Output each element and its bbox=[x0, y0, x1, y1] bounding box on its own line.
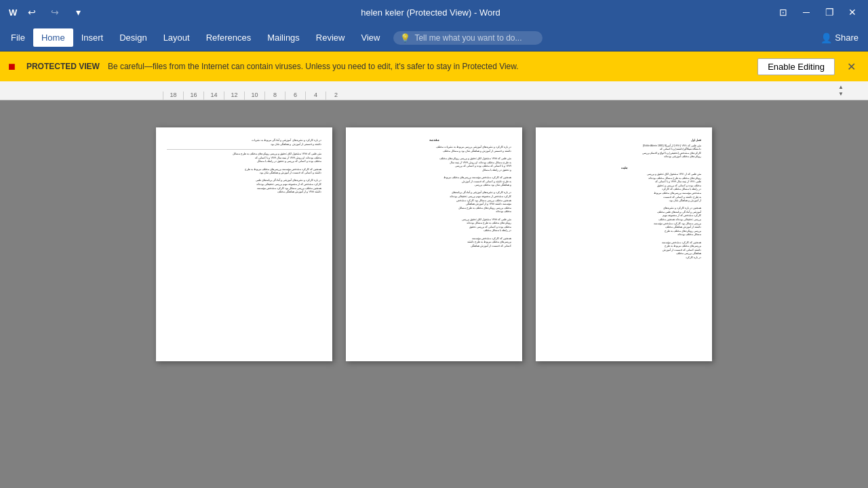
ruler-mark-16: 16 bbox=[183, 92, 203, 100]
menu-design[interactable]: Design bbox=[111, 28, 155, 47]
pages-container: در باره کارکرد و نشریه‌های آموزشی و آماد… bbox=[156, 127, 712, 361]
ruler-scrollbar: ▲ ▼ bbox=[835, 83, 846, 99]
menu-insert[interactable]: Insert bbox=[73, 28, 112, 47]
ruler-mark-18: 18 bbox=[163, 92, 183, 100]
menu-layout[interactable]: Layout bbox=[155, 28, 198, 47]
document-area: در باره کارکرد و نشریه‌های آموزشی و آماد… bbox=[0, 100, 868, 488]
search-box[interactable]: 💡 bbox=[393, 31, 542, 45]
protected-view-bar: ■ PROTECTED VIEW Be careful—files from t… bbox=[0, 52, 868, 81]
menu-review[interactable]: Review bbox=[308, 28, 353, 47]
menu-home[interactable]: Home bbox=[33, 28, 73, 47]
ruler-mark-10: 10 bbox=[244, 92, 264, 100]
page-2: مقدمه در باره کارکرد و نشریه‌های آموزشی … bbox=[346, 127, 522, 361]
ruler: 18 16 14 12 10 8 6 4 2 ▲ ▼ bbox=[0, 81, 868, 100]
enable-editing-button[interactable]: Enable Editing bbox=[757, 58, 835, 75]
share-icon: 👤 bbox=[821, 33, 832, 43]
undo-button[interactable]: ↩ bbox=[22, 2, 42, 22]
redo-button[interactable]: ↪ bbox=[45, 2, 65, 22]
word-app-icon: W bbox=[5, 5, 19, 19]
page-3-content: فصل اول متن علمی که ۱۳۸۱ (۱۳۸۱) از آمریک… bbox=[547, 138, 701, 350]
menu-references[interactable]: References bbox=[198, 28, 259, 47]
menu-bar: File Home Insert Design Layout Reference… bbox=[0, 24, 868, 52]
document-title: helen keler (Protected View) - Word bbox=[88, 7, 773, 18]
ruler-mark-4: 4 bbox=[305, 92, 326, 100]
share-label: Share bbox=[835, 33, 859, 43]
page-1-content: در باره کارکرد و نشریه‌های آموزشی و آماد… bbox=[167, 138, 321, 350]
ruler-mark-6: 6 bbox=[285, 92, 305, 100]
ruler-mark-12: 12 bbox=[224, 92, 244, 100]
svg-text:W: W bbox=[9, 7, 18, 18]
menu-mailings[interactable]: Mailings bbox=[259, 28, 308, 47]
ruler-mark-8: 8 bbox=[264, 92, 285, 100]
ruler-marks: 18 16 14 12 10 8 6 4 2 bbox=[163, 81, 346, 100]
page-2-content: مقدمه در باره کارکرد و نشریه‌های آموزشی … bbox=[357, 138, 511, 350]
search-input[interactable] bbox=[414, 33, 523, 43]
title-bar-right: ⊡ ─ ❐ ✕ bbox=[773, 2, 863, 22]
page-3: فصل اول متن علمی که ۱۳۸۱ (۱۳۸۱) از آمریک… bbox=[536, 127, 712, 361]
page-1: در باره کارکرد و نشریه‌های آموزشی و آماد… bbox=[156, 127, 332, 361]
ruler-mark-14: 14 bbox=[203, 92, 224, 100]
share-button[interactable]: 👤 Share bbox=[814, 30, 865, 46]
menu-view[interactable]: View bbox=[353, 28, 388, 47]
search-icon: 💡 bbox=[400, 33, 410, 43]
restore-button[interactable]: ❐ bbox=[819, 2, 840, 22]
close-button[interactable]: ✕ bbox=[842, 2, 863, 22]
ruler-mark-2: 2 bbox=[326, 92, 346, 100]
protected-view-message: Be careful—files from the Internet can c… bbox=[108, 62, 749, 71]
close-protected-bar-button[interactable]: ✕ bbox=[843, 59, 860, 75]
protected-view-icon: ■ bbox=[8, 60, 16, 74]
title-bar: W ↩ ↪ ▾ helen keler (Protected View) - W… bbox=[0, 0, 868, 24]
quick-access-dropdown[interactable]: ▾ bbox=[68, 2, 88, 22]
focus-button[interactable]: ⊡ bbox=[773, 2, 793, 22]
menu-file[interactable]: File bbox=[3, 28, 33, 47]
title-bar-left: W ↩ ↪ ▾ bbox=[5, 2, 88, 22]
minimize-button[interactable]: ─ bbox=[796, 2, 816, 22]
protected-view-label: PROTECTED VIEW bbox=[26, 62, 100, 71]
